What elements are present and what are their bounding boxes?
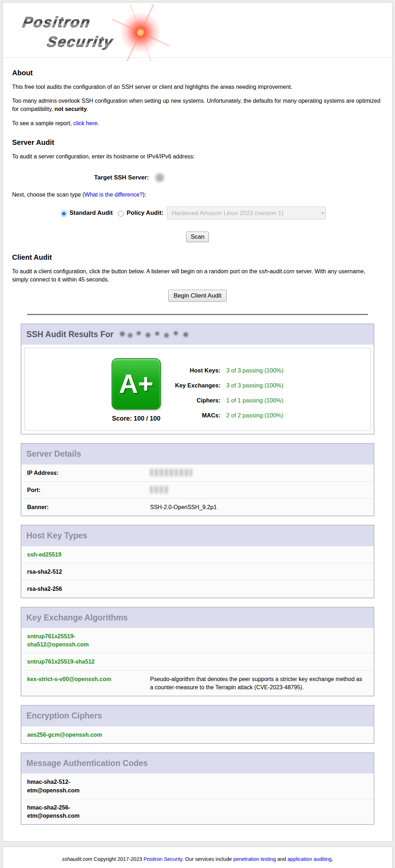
site-footer: sshaudit.com Copyright 2017-2023 Positro…: [2, 847, 393, 868]
algorithm-note: [150, 585, 368, 593]
ssh-audit-results-panel: SSH Audit Results For A+ Score: 100 / 10…: [21, 324, 374, 435]
about-heading: About: [12, 68, 383, 77]
results-panel-title: SSH Audit Results For: [26, 330, 114, 340]
macs-header: Message Authentication Codes: [21, 753, 374, 774]
server-audit-heading: Server Audit: [12, 138, 383, 147]
key-exchange-header: Key Exchange Algorithms: [21, 608, 374, 628]
algorithm-note: [150, 778, 368, 794]
application-auditing-link[interactable]: application auditing: [287, 856, 332, 862]
stats-row: Host Keys: 3 of 3 passing (100%): [175, 363, 283, 378]
stats-label: MACs:: [175, 408, 226, 423]
algorithm-name-cell: hmac-sha2-256-etm@openssh.com: [27, 803, 150, 820]
policy-audit-radio[interactable]: [118, 211, 124, 217]
scan-button[interactable]: Scan: [186, 232, 209, 242]
results-panel-body: A+ Score: 100 / 100 Host Keys: 3 of 3 pa…: [21, 348, 374, 431]
mac-row: hmac-sha2-512-etm@openssh.com: [21, 773, 374, 798]
positron-security-link[interactable]: Positron Security: [144, 856, 183, 862]
host-key-row: rsa-sha2-512: [21, 563, 374, 580]
key-exchange-body: sntrup761x25519-sha512@openssh.com sntru…: [21, 628, 374, 696]
stats-row: Ciphers: 1 of 1 passing (100%): [175, 393, 283, 408]
algorithm-note: [150, 731, 368, 739]
page-content: About This free tool audits the configur…: [3, 68, 392, 302]
footer-copyright-text: Copyright 2017-2023: [92, 856, 144, 862]
penetration-testing-link[interactable]: penetration testing: [234, 856, 276, 862]
encryption-ciphers-body: aes256-gcm@openssh.com: [21, 726, 374, 743]
footer-services-text: . Our services include: [182, 856, 233, 862]
server-details-row: Port:: [21, 481, 374, 498]
host-key-types-panel: Host Key Types ssh-ed25519 rsa-sha2-512 …: [21, 525, 374, 598]
stats-value: 2 of 2 passing (100%): [226, 408, 283, 423]
server-details-panel: Server Details IP Address: Port: Banner:…: [21, 443, 374, 516]
detail-label: Port:: [27, 486, 150, 494]
stats-label: Key Exchanges:: [175, 378, 226, 393]
section-divider: [27, 314, 368, 315]
detail-value-redacted: [150, 469, 192, 476]
key-exchange-row: sntrup761x25519-sha512@openssh.com: [21, 628, 374, 653]
scan-type-difference-link[interactable]: What is the difference?: [84, 192, 143, 198]
scan-type-row: Standard Audit Policy Audit: Hardened Am…: [59, 207, 383, 219]
begin-client-audit-button[interactable]: Begin Client Audit: [168, 290, 227, 302]
host-key-row: rsa-sha2-256: [21, 580, 374, 597]
site-header: Positron Security: [3, 2, 392, 58]
algorithm-note: [150, 658, 368, 666]
algorithm-note: [150, 550, 368, 559]
main-container: Positron Security About This free tool a…: [2, 2, 393, 842]
about-paragraph-1: This free tool audits the configuration …: [12, 83, 383, 91]
results-inner-box: A+ Score: 100 / 100 Host Keys: 3 of 3 pa…: [25, 348, 370, 431]
macs-panel: Message Authentication Codes hmac-sha2-5…: [21, 752, 374, 825]
algorithm-name: sntrup761x25519-sha512@openssh.com: [27, 632, 116, 649]
server-audit-intro: To audit a server configuration, enter i…: [12, 152, 383, 161]
about-paragraph-2: Too many admins overlook SSH configurati…: [12, 97, 383, 113]
algorithm-note: [150, 568, 368, 576]
footer-and-text: and: [276, 856, 287, 862]
logo-word-security: Security: [45, 31, 115, 52]
detail-label: IP Address:: [27, 469, 150, 477]
sample-report-text: To see a sample report,: [12, 120, 73, 126]
mac-row: hmac-sha2-256-etm@openssh.com: [21, 799, 374, 824]
footer-line1-period: .: [332, 856, 333, 862]
server-details-body: IP Address: Port: Banner: SSH-2.0-OpenSS…: [21, 465, 374, 516]
algorithm-name: hmac-sha2-512-etm@openssh.com: [27, 778, 116, 794]
scan-type-text: Next, choose the scan type (: [12, 192, 84, 198]
standard-audit-radio[interactable]: [61, 211, 67, 217]
algorithm-name-cell: kex-strict-s-v00@openssh.com: [27, 675, 150, 691]
algorithm-name-cell: rsa-sha2-512: [27, 568, 150, 576]
stats-value: 3 of 3 passing (100%): [226, 378, 283, 393]
cipher-row: aes256-gcm@openssh.com: [21, 726, 374, 743]
macs-body: hmac-sha2-512-etm@openssh.com hmac-sha2-…: [21, 773, 374, 824]
client-audit-button-wrap: Begin Client Audit: [12, 290, 383, 302]
server-details-header: Server Details: [21, 444, 374, 465]
algorithm-note: [150, 632, 368, 649]
standard-audit-label: Standard Audit: [70, 209, 113, 218]
about-p2-bold: not security: [55, 106, 87, 112]
sample-report-link[interactable]: click here: [73, 120, 98, 126]
policy-select[interactable]: Hardened Amazon Linux 2023 (version 1): [167, 207, 326, 219]
stats-label: Ciphers:: [175, 393, 226, 408]
scan-type-prompt: Next, choose the scan type (What is the …: [12, 191, 383, 199]
key-exchange-panel: Key Exchange Algorithms sntrup761x25519-…: [21, 607, 374, 697]
server-details-row: Banner: SSH-2.0-OpenSSH_9.2p1: [21, 498, 374, 516]
positron-security-logo[interactable]: Positron Security: [13, 7, 177, 53]
algorithm-name: aes256-gcm@openssh.com: [27, 731, 102, 739]
about-p3-period: .: [97, 120, 99, 126]
algorithm-name: sntrup761x25519-sha512: [27, 658, 94, 666]
algorithm-name-cell: hmac-sha2-512-etm@openssh.com: [27, 778, 150, 794]
algorithm-note: Pseudo-algorithm that denotes the peer s…: [150, 675, 368, 691]
algorithm-name-cell: sntrup761x25519-sha512@openssh.com: [27, 632, 150, 649]
about-p2-period: .: [87, 106, 88, 112]
server-details-row: IP Address:: [21, 465, 374, 481]
algorithm-name-cell: ssh-ed25519: [27, 550, 150, 559]
footer-domain: sshaudit.com: [62, 856, 92, 862]
algorithm-name: ssh-ed25519: [27, 550, 61, 559]
target-server-label: Target SSH Server:: [94, 173, 149, 182]
target-server-row: Target SSH Server:: [94, 171, 383, 185]
detail-label: Banner:: [27, 503, 150, 511]
policy-audit-label: Policy Audit:: [127, 209, 163, 218]
encryption-ciphers-header: Encryption Ciphers: [21, 706, 374, 726]
stats-label: Host Keys:: [175, 363, 226, 378]
score-text: Score: 100 / 100: [112, 414, 161, 423]
algorithm-name-cell: aes256-gcm@openssh.com: [27, 731, 150, 739]
results-panel-header: SSH Audit Results For: [21, 324, 374, 345]
algorithm-name: rsa-sha2-512: [27, 568, 62, 576]
target-server-input-redacted[interactable]: [152, 171, 289, 185]
